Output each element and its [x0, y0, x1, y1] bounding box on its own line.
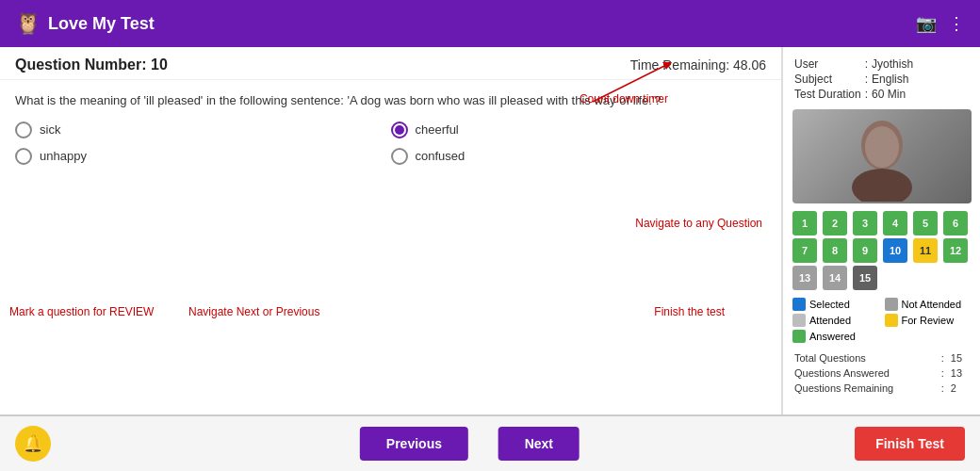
question-grid-cell-5[interactable]: 5 — [913, 211, 938, 236]
app-title: Love My Test — [48, 14, 155, 34]
menu-icon[interactable]: ⋮ — [948, 13, 965, 34]
legend-answered: Answered — [792, 330, 879, 343]
question-header: Question Number: 10 Time Remaining: 48.0… — [0, 47, 781, 80]
legend-label-selected: Selected — [809, 299, 850, 310]
next-button-wrap: Next — [498, 427, 580, 461]
subject-colon: : — [863, 72, 870, 87]
total-value: 15 — [949, 350, 971, 365]
left-panel: Question Number: 10 Time Remaining: 48.0… — [0, 47, 782, 414]
option-confused[interactable]: confused — [391, 148, 767, 165]
question-grid-cell-10[interactable]: 10 — [883, 238, 907, 263]
question-grid-cell-7[interactable]: 7 — [792, 238, 817, 263]
remaining-value: 2 — [949, 381, 971, 396]
header-right: 📷 ⋮ — [916, 13, 965, 34]
options-area: sick cheerful unhappy — [0, 122, 781, 415]
option-unhappy-label: unhappy — [40, 149, 87, 163]
option-cheerful[interactable]: cheerful — [391, 122, 767, 138]
previous-button[interactable]: Previous — [360, 427, 468, 461]
legend-dot-attended — [792, 314, 806, 327]
question-grid-cell-9[interactable]: 9 — [853, 238, 877, 263]
question-grid-cell-15[interactable]: 15 — [853, 266, 877, 290]
app-logo: 🦉 — [15, 11, 41, 36]
stats: Total Questions : 15 Questions Answered … — [792, 350, 971, 396]
legend-label-not-attended: Not Attended — [902, 299, 962, 310]
user-photo-placeholder — [792, 109, 972, 203]
option-sick-label: sick — [40, 122, 60, 137]
question-grid-cell-12[interactable]: 12 — [943, 238, 968, 263]
duration-label: Test Duration — [792, 87, 863, 102]
option-sick[interactable]: sick — [15, 122, 391, 138]
legend-label-answered: Answered — [809, 331, 856, 342]
option-cheerful-label: cheerful — [416, 122, 459, 137]
question-text: What is the meaning of 'ill pleased' in … — [0, 80, 781, 122]
question-grid-cell-3[interactable]: 3 — [853, 211, 877, 236]
answered-label: Questions Answered — [792, 365, 939, 381]
question-grid-cell-13[interactable]: 13 — [792, 266, 817, 290]
total-colon: : — [939, 350, 949, 365]
user-info: User : Jyothish Subject : English Test D… — [792, 57, 971, 102]
radio-sick[interactable] — [15, 122, 32, 138]
user-colon: : — [863, 57, 870, 72]
svg-point-2 — [852, 169, 912, 202]
legend-label-for-review: For Review — [902, 315, 955, 326]
legend-dot-not-attended — [885, 298, 898, 311]
remaining-label: Questions Remaining — [792, 381, 939, 396]
question-grid: 123456789101112131415 — [792, 211, 971, 290]
duration-value: 60 Min — [870, 87, 915, 102]
legend-dot-selected — [792, 298, 806, 311]
svg-point-3 — [865, 126, 899, 168]
next-button[interactable]: Next — [498, 427, 580, 461]
legend-label-attended: Attended — [809, 315, 851, 326]
legend-dot-for-review — [885, 314, 898, 327]
user-avatar-svg — [844, 112, 920, 202]
bottom-bar: 🔔 Previous Next Finish Test — [0, 414, 980, 471]
question-grid-cell-1[interactable]: 1 — [792, 211, 817, 236]
remaining-colon: : — [939, 381, 949, 396]
legend-attended: Attended — [792, 314, 879, 327]
bell-button[interactable]: 🔔 — [15, 426, 51, 462]
question-grid-cell-2[interactable]: 2 — [823, 211, 847, 236]
total-label: Total Questions — [792, 350, 939, 365]
options-row-1: sick cheerful — [15, 122, 766, 138]
question-grid-cell-6[interactable]: 6 — [943, 211, 968, 236]
answered-colon: : — [939, 365, 949, 381]
legend-selected: Selected — [792, 298, 879, 311]
radio-confused[interactable] — [391, 148, 408, 165]
legend-not-attended: Not Attended — [885, 298, 972, 311]
question-grid-cell-14[interactable]: 14 — [823, 266, 847, 290]
radio-unhappy[interactable] — [15, 148, 32, 165]
question-grid-cell-4[interactable]: 4 — [883, 211, 907, 236]
camera-icon[interactable]: 📷 — [916, 13, 937, 34]
option-unhappy[interactable]: unhappy — [15, 148, 391, 165]
user-value: Jyothish — [870, 57, 915, 72]
user-label: User — [792, 57, 863, 72]
duration-colon: : — [863, 87, 870, 102]
subject-label: Subject — [792, 72, 863, 87]
finish-button[interactable]: Finish Test — [855, 427, 965, 461]
legend: Selected Not Attended Attended For Revie… — [792, 298, 971, 343]
user-photo — [792, 109, 972, 203]
right-panel: User : Jyothish Subject : English Test D… — [782, 47, 980, 414]
legend-dot-answered — [792, 330, 806, 343]
question-grid-cell-8[interactable]: 8 — [823, 238, 847, 263]
question-number: Question Number: 10 — [15, 57, 168, 73]
header-left: 🦉 Love My Test — [15, 11, 155, 36]
subject-value: English — [870, 72, 915, 87]
question-grid-cell-11[interactable]: 11 — [913, 238, 938, 263]
answered-value: 13 — [949, 365, 971, 381]
timer: Time Remaining: 48.06 — [630, 57, 766, 73]
options-row-2: unhappy confused — [15, 148, 766, 165]
prev-button-wrap: Previous — [360, 427, 468, 461]
legend-for-review: For Review — [885, 314, 972, 327]
radio-cheerful[interactable] — [391, 122, 408, 138]
radio-cheerful-fill — [395, 125, 404, 135]
finish-button-wrap: Finish Test — [855, 427, 965, 461]
app-header: 🦉 Love My Test 📷 ⋮ — [0, 0, 980, 47]
option-confused-label: confused — [416, 149, 466, 163]
